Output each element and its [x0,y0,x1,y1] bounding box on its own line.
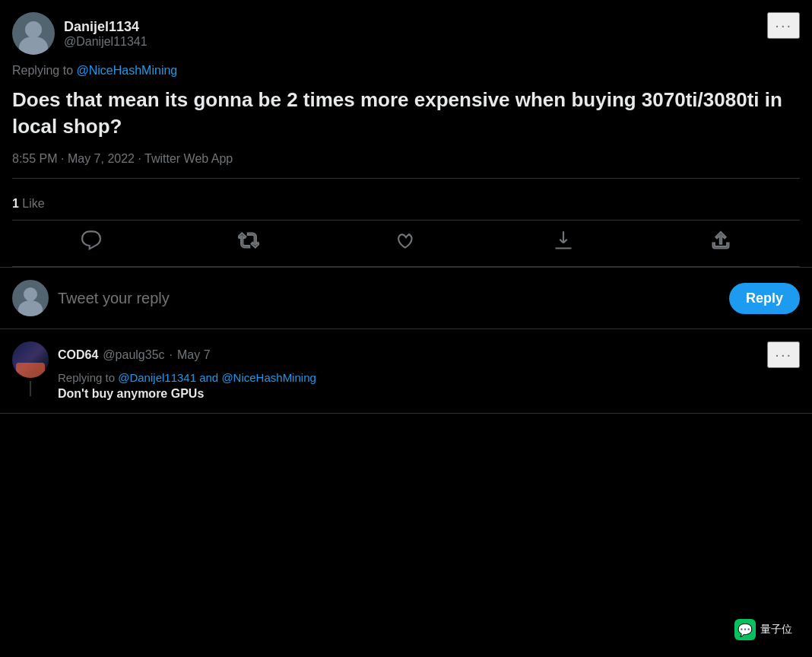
retweet-action-button[interactable] [226,224,271,257]
more-button[interactable]: ··· [767,12,800,39]
reply-action-button[interactable] [68,224,114,257]
reply-tweet-header: COD64 @paulg35c · May 7 ··· [58,341,800,368]
share-action-button[interactable] [698,224,744,257]
reply-compose: Reply [0,268,812,329]
display-name: Danijel1134 [64,19,147,35]
reply-tweet-content: COD64 @paulg35c · May 7 ··· Replying to … [58,341,800,401]
likes-bar: 1 Like [12,188,800,221]
likes-label: Like [22,197,44,210]
tweet-header: Danijel1134 @Danijel11341 ··· [12,12,800,55]
reply-tweet-header-info: COD64 @paulg35c · May 7 [58,348,211,362]
reply-replying-to-link[interactable]: @Danijel11341 and @NiceHashMining [118,371,316,384]
tweet-header-left: Danijel1134 @Danijel11341 [12,12,147,55]
replying-to-link[interactable]: @NiceHashMining [77,64,178,77]
thread-line [30,381,31,396]
wechat-icon: 💬 [734,619,756,640]
likes-count: 1 [12,197,19,210]
reply-display-name: COD64 [58,348,98,362]
reply-text: Don't buy anymore GPUs [58,387,800,401]
download-action-button[interactable] [541,224,586,257]
wechat-label: 量子位 [760,623,792,636]
reply-tweet-left [12,341,49,396]
action-bar [12,221,800,267]
username: @Danijel11341 [64,35,147,49]
reply-button[interactable]: Reply [729,283,800,314]
user-info: Danijel1134 @Danijel11341 [64,19,147,49]
avatar[interactable] [12,12,55,55]
current-user-avatar [12,280,49,316]
reply-tweet: COD64 @paulg35c · May 7 ··· Replying to … [0,329,812,414]
replying-to: Replying to @NiceHashMining [12,64,800,78]
reply-username: @paulg35c [103,348,164,362]
reply-replying-to: Replying to @Danijel11341 and @NiceHashM… [58,371,800,384]
reply-more-button[interactable]: ··· [767,341,800,368]
main-tweet: Danijel1134 @Danijel11341 ··· Replying t… [0,0,812,268]
reply-date-value: May 7 [177,348,211,362]
tweet-text: Does that mean its gonna be 2 times more… [12,87,800,140]
cod-avatar[interactable] [12,341,49,378]
divider-1 [12,178,800,179]
reply-date: · [170,348,173,362]
wechat-badge: 💬 量子位 [727,614,800,645]
reply-input[interactable] [58,290,720,307]
tweet-timestamp: 8:55 PM · May 7, 2022 · Twitter Web App [12,152,800,166]
like-action-button[interactable] [383,224,429,257]
